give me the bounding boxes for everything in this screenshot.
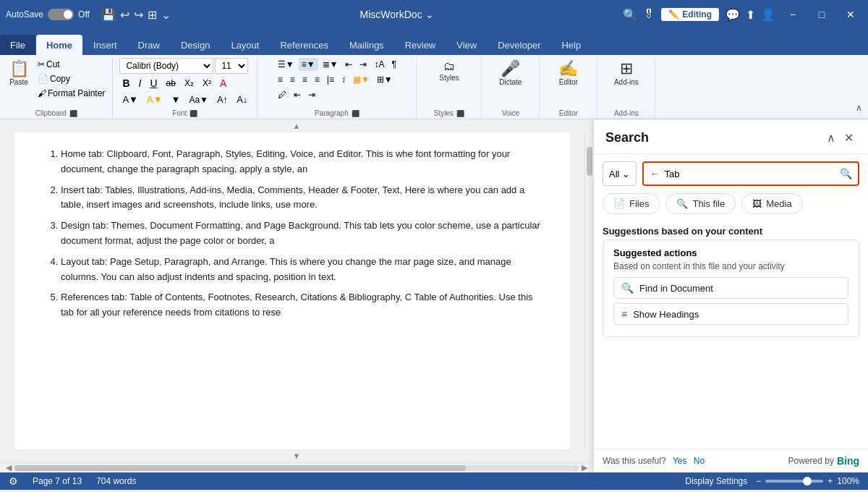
share-icon[interactable]: ⬆ (746, 8, 755, 22)
minimize-button[interactable]: − (781, 4, 804, 25)
clipboard-expand-icon[interactable]: ⬛ (69, 110, 77, 117)
styles-expand-icon[interactable]: ⬛ (456, 110, 464, 117)
tab-references[interactable]: References (270, 35, 338, 55)
underline-button[interactable]: U (147, 76, 160, 90)
multilevel-list-button[interactable]: ≣▼ (320, 58, 341, 71)
font-size-select[interactable]: 11 (215, 58, 248, 74)
col-break-button[interactable]: |≡ (324, 73, 337, 86)
search-collapse-icon[interactable]: ∧ (824, 128, 838, 148)
zoom-thumb[interactable] (803, 477, 812, 485)
cut-button[interactable]: ✂ Cut (35, 58, 108, 71)
h-scroll-left[interactable]: ◀ (3, 463, 14, 472)
dictate-button[interactable]: 🎤 Dictate (495, 58, 526, 89)
line-spacing-button[interactable]: ↕ (339, 73, 349, 86)
tab-file[interactable]: File (0, 35, 35, 55)
borders-button[interactable]: ⊞▼ (374, 73, 396, 86)
tab-view[interactable]: View (446, 35, 487, 55)
tab-insert[interactable]: Insert (83, 35, 127, 55)
increase-font-button[interactable]: A↑ (214, 93, 231, 106)
save-icon[interactable]: 💾 (101, 8, 116, 22)
comments-icon[interactable]: 💬 (726, 8, 740, 22)
paste-button[interactable]: 📋 Paste (4, 58, 33, 89)
tab-home[interactable]: Home (36, 35, 82, 55)
close-button[interactable]: ✕ (839, 4, 862, 25)
bullet-list-button[interactable]: ☰▼ (275, 58, 297, 71)
h-scroll-right[interactable]: ▶ (579, 463, 590, 472)
filter-tab-files[interactable]: 📄 Files (603, 193, 660, 214)
tab-developer[interactable]: Developer (488, 35, 550, 55)
left-indent-button[interactable]: ⇤ (291, 88, 304, 101)
tab-draw[interactable]: Draw (128, 35, 170, 55)
align-left-button[interactable]: ≡ (275, 73, 286, 86)
search-close-icon[interactable]: ✕ (841, 128, 856, 148)
subscript-button[interactable]: X₂ (182, 77, 197, 90)
font-family-select[interactable]: Calibri (Body) (119, 58, 213, 74)
maximize-button[interactable]: □ (810, 4, 833, 25)
addins-button[interactable]: ⊞ Add-ins (610, 58, 643, 89)
tab-help[interactable]: Help (551, 35, 591, 55)
styles-button[interactable]: 🗂 Styles (435, 58, 464, 85)
views-icon[interactable]: ⊞ (148, 8, 157, 22)
show-marks-button[interactable]: ¶ (388, 58, 399, 71)
align-center-button[interactable]: ≡ (287, 73, 298, 86)
show-headings-button[interactable]: ≡ Show Headings (613, 303, 848, 325)
change-case-button[interactable]: Aa▼ (186, 93, 211, 106)
filter-tab-thisfile[interactable]: 🔍 This file (665, 193, 736, 214)
shading2-button[interactable]: ▦▼ (350, 73, 373, 86)
scrollbar-thumb[interactable] (587, 147, 592, 176)
zoom-plus[interactable]: + (827, 476, 833, 486)
vertical-scrollbar[interactable] (584, 132, 593, 449)
filter-tab-media[interactable]: 🖼 Media (741, 193, 802, 214)
profile-icon[interactable]: 👤 (761, 8, 775, 22)
doc-title-chevron[interactable]: ⌄ (425, 9, 434, 20)
h-scroll-track[interactable] (14, 465, 579, 471)
increase-indent-button[interactable]: ⇥ (357, 58, 370, 71)
autosave-toggle[interactable] (48, 9, 74, 20)
search-submit-icon[interactable]: 🔍 (840, 168, 852, 179)
copy-button[interactable]: 📄 Copy (35, 72, 108, 85)
h-scroll-thumb[interactable] (14, 465, 466, 471)
right-indent-button[interactable]: ⇥ (305, 88, 318, 101)
display-settings-icon[interactable]: ⚙ (9, 475, 18, 487)
scroll-down-button[interactable]: ▼ (0, 449, 593, 462)
format-painter-button[interactable]: 🖌 Format Painter (35, 87, 108, 100)
tab-design[interactable]: Design (171, 35, 220, 55)
border-color-button[interactable]: 🖊 (275, 88, 289, 101)
font-color-button[interactable]: A▼ (144, 93, 166, 106)
more-icon[interactable]: ⌄ (161, 8, 171, 22)
ribbon-collapse-button[interactable]: ∧ (850, 100, 868, 119)
superscript-button[interactable]: X² (200, 77, 214, 90)
tab-layout[interactable]: Layout (221, 35, 269, 55)
zoom-slider[interactable] (765, 480, 823, 483)
shading-button[interactable]: ▼ (169, 93, 184, 106)
numbered-list-button[interactable]: ≡▼ (299, 58, 318, 71)
decrease-indent-button[interactable]: ⇤ (342, 58, 355, 71)
search-scope-select[interactable]: All ⌄ (603, 161, 637, 186)
search-back-arrow[interactable]: ← (650, 168, 660, 179)
scroll-up-button[interactable]: ▲ (0, 119, 593, 132)
display-settings-label[interactable]: Display Settings (685, 476, 747, 486)
font-expand-icon[interactable]: ⬛ (190, 110, 197, 117)
italic-button[interactable]: I (136, 76, 145, 90)
undo-arrow-icon[interactable]: ↪ (134, 8, 143, 22)
search-input[interactable] (664, 169, 835, 179)
justify-button[interactable]: ≡ (312, 73, 323, 86)
no-link[interactable]: No (694, 456, 705, 466)
decrease-font-button[interactable]: A↓ (234, 93, 250, 106)
zoom-level[interactable]: 100% (837, 476, 859, 486)
search-btn[interactable]: 🔍 (623, 8, 637, 22)
strikethrough-button[interactable]: ab (163, 77, 179, 90)
bold-button[interactable]: B (119, 76, 132, 90)
editor-button[interactable]: ✍ Editor (554, 58, 583, 89)
paragraph-expand-icon[interactable]: ⬛ (352, 110, 359, 117)
horizontal-scrollbar[interactable]: ◀ ▶ (0, 462, 593, 472)
yes-link[interactable]: Yes (673, 456, 687, 466)
zoom-minus[interactable]: − (756, 476, 761, 486)
find-in-document-button[interactable]: 🔍 Find in Document (613, 277, 848, 299)
tab-review[interactable]: Review (395, 35, 446, 55)
clear-format-button[interactable]: A (217, 76, 229, 90)
editing-badge[interactable]: ✏️ Editing (660, 7, 720, 22)
ribbon-icon[interactable]: 🎖 (643, 8, 655, 21)
sort-button[interactable]: ↕A (371, 58, 387, 71)
align-right-button[interactable]: ≡ (299, 73, 310, 86)
